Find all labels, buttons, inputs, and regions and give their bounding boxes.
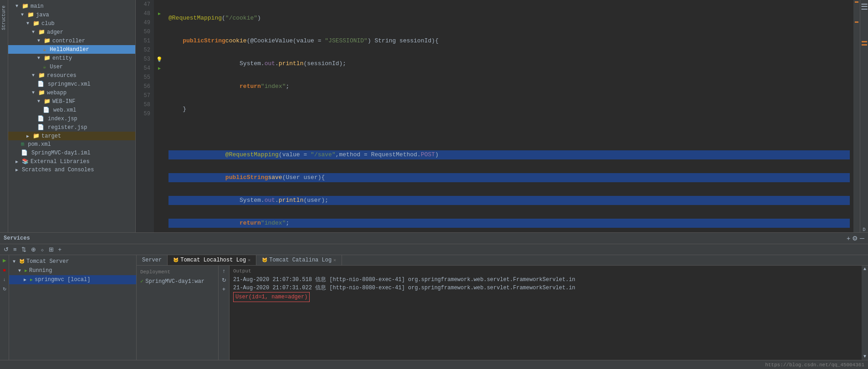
gutter-icons: ▶ 💡 ▶	[154, 0, 165, 232]
localhost-tab-label: Tomcat Localhost Log	[180, 257, 246, 263]
user-output: User(id=1, name=adger)	[233, 292, 310, 302]
sidebar-item-label: SpringMVC-day1.iml	[31, 150, 91, 156]
java-file-icon: ☕	[43, 63, 46, 70]
close-tab-icon2[interactable]: ✕	[333, 257, 336, 263]
localhost-log-tab[interactable]: 🐱 Tomcat Localhost Log ✕	[168, 255, 256, 265]
status-bar: https://blog.csdn.net/qq_45004361	[0, 360, 868, 369]
log-panel: Server 🐱 Tomcat Localhost Log ✕ 🐱 Tomcat…	[137, 255, 868, 360]
deploy-add-button[interactable]: +	[220, 286, 228, 293]
deploy-action-buttons: ↑ ↻ +	[219, 266, 230, 360]
code-editor: 47 48 49 50 51 52 53 54 55 56 57 58 59	[136, 0, 860, 232]
app-label: springmvc [local]	[35, 277, 90, 283]
refresh-small-button[interactable]: ↻	[1, 286, 8, 292]
panel-controls: + ⚙ ─	[847, 235, 864, 242]
xml-file-icon: 📄	[37, 81, 44, 87]
add-panel-button[interactable]: +	[847, 235, 850, 242]
deployment-item[interactable]: ✓ SpringMVC-day1:war	[137, 277, 218, 286]
deploy-refresh-button[interactable]: ↻	[220, 277, 228, 284]
sidebar-item-label: HelloHandler	[50, 46, 89, 53]
jsp-file-icon: 📄	[37, 124, 44, 131]
sidebar-item-club[interactable]: 📁 club	[8, 19, 135, 28]
add-button[interactable]: +	[56, 245, 64, 254]
output-header: Output	[233, 267, 858, 276]
left-sidebar: Structure	[0, 0, 8, 232]
server-label: Tomcat Server	[26, 258, 69, 265]
tomcat-tab-icon2: 🐱	[262, 257, 267, 263]
sidebar-item-hellohandler[interactable]: ☕ HelloHandler	[8, 45, 135, 54]
menu-icon[interactable]: ☰	[861, 2, 868, 12]
sidebar-item-target[interactable]: 📁 target	[8, 132, 135, 140]
code-line-56: return "index";	[168, 219, 850, 228]
log-line-3: User(id=1, name=adger)	[233, 292, 858, 302]
sidebar-item-controller[interactable]: 📁 controller	[8, 36, 135, 45]
arrow-icon	[15, 167, 20, 173]
right-scrollbar[interactable]	[853, 0, 860, 232]
sidebar-item-webapp[interactable]: 📁 webapp	[8, 88, 135, 97]
run-icon[interactable]: ▶	[158, 66, 161, 71]
layout-button[interactable]: ⊞	[47, 245, 56, 254]
start-button[interactable]: ▶	[1, 257, 8, 264]
tomcat-server-item[interactable]: 🐱 Tomcat Server	[9, 257, 136, 266]
sidebar-item-label: User	[50, 64, 63, 70]
code-line-55: System.out.println(user);	[168, 196, 850, 205]
sidebar-item-web-xml[interactable]: 📄 web.xml	[8, 106, 135, 114]
code-line-54: public String save(User user){	[168, 173, 850, 182]
run-indicator: ▶	[25, 268, 27, 273]
sidebar-item-external-libs[interactable]: 📚 External Libraries	[8, 157, 135, 166]
settings-button[interactable]: ⚙	[852, 235, 858, 242]
list-button[interactable]: ≡	[11, 245, 19, 254]
debug-icon[interactable]: D	[863, 227, 865, 232]
server-tab-label: Server	[142, 257, 162, 263]
sidebar-item-webinf[interactable]: 📁 WEB-INF	[8, 97, 135, 106]
code-line-51: }	[168, 105, 850, 114]
sidebar-item-label: Scratches and Consoles	[22, 167, 94, 173]
arrow-icon	[37, 38, 42, 43]
sidebar-item-pom-xml[interactable]: m pom.xml	[8, 140, 135, 149]
sidebar-item-resources[interactable]: 📁 resources	[8, 71, 135, 80]
arrow-icon	[32, 30, 36, 35]
sidebar-item-entity[interactable]: 📁 entity	[8, 54, 135, 62]
sidebar-item-springmvc-xml[interactable]: 📄 springmvc.xml	[8, 80, 135, 88]
sidebar-item-index-jsp[interactable]: 📄 index.jsp	[8, 114, 135, 123]
run-icon[interactable]: ▶	[158, 11, 161, 16]
bottom-panel: Services + ⚙ ─ ↺ ≡ ⇅ ⊕ ⬦ ⊞ + ▶ ■ ↓ ↻	[0, 232, 868, 360]
arrow-icon	[32, 90, 36, 95]
sort-button[interactable]: ⇅	[20, 245, 28, 254]
refresh-button[interactable]: ↺	[2, 245, 10, 254]
close-tab-icon[interactable]: ✕	[248, 257, 250, 263]
arrow-icon	[26, 133, 31, 139]
services-header: Services + ⚙ ─	[0, 233, 868, 244]
deploy-up-button[interactable]: ↑	[220, 267, 228, 275]
filter-button[interactable]: ⬦	[39, 245, 46, 254]
sidebar-item-scratches[interactable]: Scratches and Consoles	[8, 166, 135, 174]
sidebar-item-adger[interactable]: 📁 adger	[8, 28, 135, 36]
sidebar-item-main[interactable]: 📁 main	[8, 2, 135, 10]
sidebar-item-register-jsp[interactable]: 📄 register.jsp	[8, 123, 135, 132]
catalina-log-tab[interactable]: 🐱 Tomcat Catalina Log ✕	[256, 255, 342, 265]
code-content[interactable]: @RequestMapping("/cookie") public String…	[165, 0, 853, 232]
xml-file-icon: 📄	[43, 107, 50, 113]
deployment-header: Deployment	[137, 267, 218, 277]
stop-button[interactable]: ■	[1, 266, 7, 273]
sidebar-item-label: java	[36, 12, 49, 18]
log-scrollbar[interactable]: ▲ ▼	[862, 266, 868, 360]
group-button[interactable]: ⊕	[29, 245, 38, 254]
sidebar-item-java[interactable]: 📁 java	[8, 10, 135, 19]
running-item[interactable]: ▶ Running	[9, 266, 136, 275]
code-line-53: @RequestMapping(value = "/save",method =…	[168, 150, 850, 159]
url-display: https://blog.csdn.net/qq_45004361	[765, 362, 864, 368]
jsp-file-icon: 📄	[37, 115, 44, 122]
sidebar-item-iml[interactable]: 📄 SpringMVC-day1.iml	[8, 149, 135, 157]
lightbulb-icon[interactable]: 💡	[156, 56, 163, 62]
minimize-button[interactable]: ─	[860, 235, 864, 242]
structure-label[interactable]: Structure	[0, 2, 7, 34]
app-item[interactable]: ▶ springmvc [local]	[9, 275, 136, 284]
folder-icon: 📁	[44, 98, 51, 105]
down-button[interactable]: ↓	[1, 276, 7, 283]
arrow-icon	[32, 73, 36, 78]
sidebar-item-user[interactable]: ☕ User	[8, 62, 135, 71]
deployment-item-label: SpringMVC-day1:war	[145, 278, 204, 285]
server-tab[interactable]: Server	[137, 255, 168, 265]
log-line-2: 21-Aug-2020 21:07:31.022 信息 [http-nio-80…	[233, 284, 858, 292]
services-toolbar: ↺ ≡ ⇅ ⊕ ⬦ ⊞ +	[0, 244, 868, 255]
